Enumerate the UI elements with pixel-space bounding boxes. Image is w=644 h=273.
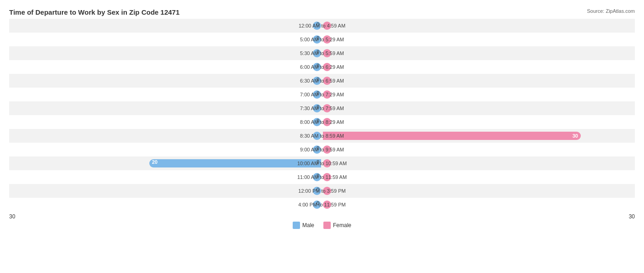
bar-right-section: 0 bbox=[322, 115, 635, 129]
table-row: 05:00 AM to 5:29 AM0 bbox=[9, 33, 635, 46]
axis-bottom: 30 30 bbox=[9, 213, 635, 220]
bar-left-section: 0 bbox=[9, 74, 322, 88]
table-row: 012:00 AM to 4:59 AM0 bbox=[9, 19, 635, 33]
bar-right-section: 0 bbox=[322, 60, 635, 74]
bar-right-section: 0 bbox=[322, 143, 635, 156]
axis-max: 30 bbox=[629, 213, 635, 220]
table-row: 08:30 AM to 8:59 AM30 bbox=[9, 129, 635, 143]
bar-left-section: 0 bbox=[9, 170, 322, 184]
legend-male-label: Male bbox=[302, 222, 314, 228]
bar-left-section: 0 bbox=[9, 60, 322, 74]
table-row: 08:00 AM to 8:29 AM0 bbox=[9, 115, 635, 129]
legend-female-box bbox=[323, 222, 331, 229]
female-zero-label: 0 bbox=[317, 35, 319, 41]
female-zero-label: 0 bbox=[317, 145, 319, 151]
female-zero-label: 0 bbox=[317, 22, 319, 27]
table-row: 06:30 AM to 6:59 AM0 bbox=[9, 74, 635, 88]
table-row: 011:00 AM to 11:59 AM0 bbox=[9, 170, 635, 184]
female-zero-label: 0 bbox=[317, 63, 319, 68]
chart-container: Time of Departure to Work by Sex in Zip … bbox=[0, 0, 644, 273]
female-zero-label: 0 bbox=[317, 187, 319, 192]
female-zero-label: 0 bbox=[317, 159, 319, 165]
table-row: 09:00 AM to 9:59 AM0 bbox=[9, 143, 635, 156]
female-zero-dot: 0 bbox=[323, 22, 331, 30]
female-zero-dot: 0 bbox=[323, 63, 331, 71]
bar-right-section: 0 bbox=[322, 101, 635, 115]
female-zero-label: 0 bbox=[317, 201, 319, 206]
female-bar: 30 bbox=[323, 132, 581, 140]
female-zero-dot: 0 bbox=[323, 104, 331, 112]
bar-right-section: 0 bbox=[322, 46, 635, 60]
bar-left-section: 0 bbox=[9, 101, 322, 115]
table-row: 04:00 PM to 11:59 PM0 bbox=[9, 198, 635, 212]
male-zero-dot: 0 bbox=[313, 132, 321, 140]
legend-male: Male bbox=[293, 222, 314, 229]
bar-left-section: 0 bbox=[9, 129, 322, 143]
table-row: 012:00 PM to 3:59 PM0 bbox=[9, 184, 635, 198]
legend-female: Female bbox=[323, 222, 351, 229]
legend: Male Female bbox=[9, 222, 635, 229]
chart-rows: 012:00 AM to 4:59 AM005:00 AM to 5:29 AM… bbox=[9, 19, 635, 212]
table-row: 2010:00 AM to 10:59 AM0 bbox=[9, 156, 635, 170]
bar-right-section: 0 bbox=[322, 198, 635, 212]
bar-left-section: 0 bbox=[9, 198, 322, 212]
female-zero-dot: 0 bbox=[323, 201, 331, 209]
bar-right-section: 0 bbox=[322, 88, 635, 101]
female-zero-label: 0 bbox=[317, 49, 319, 55]
female-zero-dot: 0 bbox=[323, 145, 331, 154]
axis-min: 30 bbox=[9, 213, 15, 220]
legend-male-box bbox=[293, 222, 300, 229]
male-bar: 20 bbox=[149, 159, 321, 167]
female-zero-label: 0 bbox=[317, 118, 319, 123]
female-zero-label: 0 bbox=[317, 90, 319, 96]
female-zero-dot: 0 bbox=[323, 77, 331, 85]
table-row: 07:30 AM to 7:59 AM0 bbox=[9, 101, 635, 115]
female-zero-dot: 0 bbox=[323, 35, 331, 44]
bar-left-section: 0 bbox=[9, 33, 322, 46]
bar-right-section: 0 bbox=[322, 74, 635, 88]
chart-title: Time of Departure to Work by Sex in Zip … bbox=[9, 8, 635, 16]
female-zero-label: 0 bbox=[317, 173, 319, 178]
legend-female-label: Female bbox=[333, 222, 351, 228]
table-row: 06:00 AM to 6:29 AM0 bbox=[9, 60, 635, 74]
bar-right-section: 0 bbox=[322, 156, 635, 170]
female-zero-dot: 0 bbox=[323, 118, 331, 126]
bar-right-section: 0 bbox=[322, 19, 635, 33]
female-zero-dot: 0 bbox=[323, 187, 331, 195]
female-zero-dot: 0 bbox=[323, 159, 331, 167]
bar-left-section: 0 bbox=[9, 88, 322, 101]
bar-right-section: 30 bbox=[322, 129, 635, 143]
female-zero-label: 0 bbox=[317, 77, 319, 82]
bar-left-section: 0 bbox=[9, 46, 322, 60]
female-zero-label: 0 bbox=[317, 104, 319, 110]
bar-left-section: 0 bbox=[9, 115, 322, 129]
bar-left-section: 0 bbox=[9, 184, 322, 198]
table-row: 05:30 AM to 5:59 AM0 bbox=[9, 46, 635, 60]
source-label: Source: ZipAtlas.com bbox=[587, 8, 635, 14]
bar-left-section: 0 bbox=[9, 143, 322, 156]
female-value-label: 30 bbox=[573, 133, 578, 139]
table-row: 07:00 AM to 7:29 AM0 bbox=[9, 88, 635, 101]
bar-right-section: 0 bbox=[322, 170, 635, 184]
bar-left-section: 0 bbox=[9, 19, 322, 33]
female-zero-dot: 0 bbox=[323, 173, 331, 181]
female-zero-dot: 0 bbox=[323, 49, 331, 57]
bar-right-section: 0 bbox=[322, 184, 635, 198]
bar-right-section: 0 bbox=[322, 33, 635, 46]
male-value-label: 20 bbox=[152, 159, 158, 165]
bar-left-section: 20 bbox=[9, 156, 322, 170]
female-zero-dot: 0 bbox=[323, 90, 331, 99]
